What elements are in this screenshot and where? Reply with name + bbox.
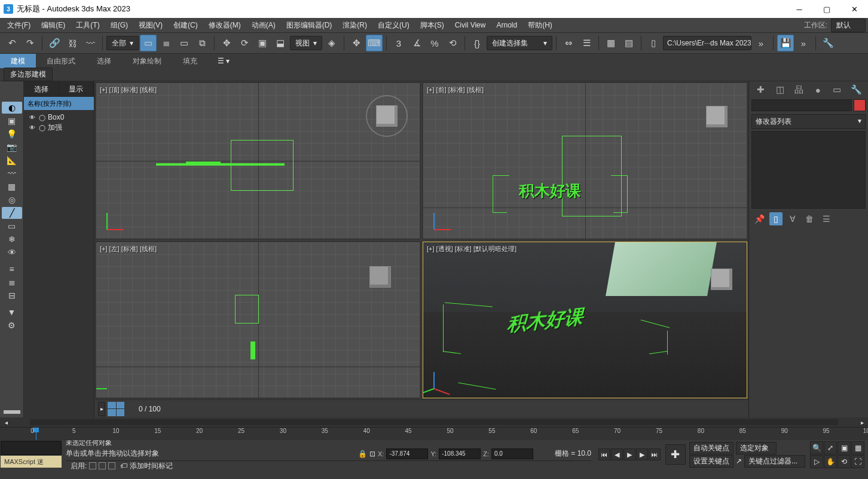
remove-modifier-icon[interactable]: 🗑: [803, 212, 816, 225]
utilities-tab-icon[interactable]: 🔧: [848, 83, 864, 97]
named-selection-dropdown[interactable]: 创建选择集▾: [487, 36, 552, 50]
close-button[interactable]: ✕: [841, 0, 868, 18]
menu-grapheditors[interactable]: 图形编辑器(D): [282, 19, 337, 32]
rail-bone-icon[interactable]: ╱: [2, 207, 22, 219]
maximize-button[interactable]: ▢: [813, 0, 841, 18]
rail-xref-icon[interactable]: ◎: [2, 194, 22, 206]
freeze-icon[interactable]: ◯: [38, 124, 45, 132]
ref-coord-dropdown[interactable]: 视图▾: [290, 36, 322, 50]
viewcube[interactable]: [369, 266, 391, 288]
isolate-icon[interactable]: ⊡: [369, 450, 375, 458]
pan-button[interactable]: ✋: [824, 455, 837, 468]
rail-hidden-icon[interactable]: 👁: [2, 246, 22, 258]
snap-toggle[interactable]: 3: [390, 35, 407, 51]
modifier-stack[interactable]: [751, 131, 866, 209]
scene-tab-select[interactable]: 选择: [24, 81, 59, 97]
modifier-list-dropdown[interactable]: 修改器列表▾: [751, 114, 866, 129]
menu-civilview[interactable]: Civil View: [450, 20, 491, 30]
viewcube[interactable]: [711, 269, 732, 290]
save-more-button[interactable]: »: [795, 35, 812, 51]
settings-button[interactable]: 🔧: [820, 35, 836, 51]
edit-named-selection-button[interactable]: {}: [469, 35, 485, 51]
zoom-extents-all-button[interactable]: ▦: [851, 441, 864, 454]
rail-none-icon[interactable]: ≣: [2, 276, 22, 288]
set-key-toggle[interactable]: 设置关键点: [689, 455, 733, 468]
viewport-label[interactable]: [+] [前] [标准] [线框]: [427, 86, 484, 94]
eye-icon[interactable]: 👁: [29, 114, 36, 121]
pivot-center-button[interactable]: ◈: [323, 35, 340, 51]
configure-sets-icon[interactable]: ☰: [820, 212, 833, 225]
selection-filter-dropdown[interactable]: 全部▾: [106, 36, 139, 50]
keyboard-shortcut-toggle[interactable]: ⌨: [366, 35, 383, 51]
pin-stack-icon[interactable]: 📌: [753, 212, 766, 225]
fov-button[interactable]: ▷: [810, 455, 823, 468]
percent-snap-toggle[interactable]: %: [426, 35, 443, 51]
make-unique-icon[interactable]: ∀: [786, 212, 799, 225]
show-end-result-icon[interactable]: ▯: [769, 212, 783, 225]
menu-arnold[interactable]: Arnold: [491, 20, 522, 30]
create-tab-icon[interactable]: ✚: [753, 83, 769, 97]
toggle-ribbon-button[interactable]: ▤: [621, 35, 637, 51]
rail-display-icon[interactable]: ▣: [2, 115, 22, 127]
goto-end-button[interactable]: ⏭: [649, 449, 661, 460]
ribbon-tab-objpaint[interactable]: 对象绘制: [122, 54, 172, 68]
motion-tab-icon[interactable]: ●: [809, 83, 826, 97]
workspace-dropdown[interactable]: 默认: [831, 19, 866, 32]
select-place-button[interactable]: ⬓: [272, 35, 289, 51]
rail-filter-icon[interactable]: ▼: [2, 306, 22, 318]
lock-icon[interactable]: 🔒: [358, 450, 367, 458]
ribbon-tab-modeling[interactable]: 建模: [0, 54, 36, 68]
scene-tab-display[interactable]: 显示: [59, 81, 94, 97]
layer-explorer-button[interactable]: ▦: [603, 35, 619, 51]
freeze-icon[interactable]: ◯: [38, 114, 45, 121]
key-target-dropdown[interactable]: 选定对象: [736, 442, 777, 454]
select-move-button[interactable]: ✥: [218, 35, 235, 51]
select-manipulate-button[interactable]: ✥: [348, 35, 365, 51]
viewport-label[interactable]: [+] [顶] [标准] [线框]: [100, 86, 157, 94]
ribbon-tab-populate[interactable]: 填充: [172, 54, 208, 68]
coord-z[interactable]: 0.0: [491, 449, 533, 459]
more-toolbar-button[interactable]: »: [753, 35, 769, 51]
menu-render[interactable]: 渲染(R): [338, 19, 372, 32]
viewcube[interactable]: [376, 105, 398, 127]
goto-start-button[interactable]: ⏮: [598, 449, 610, 460]
zoom-extents-button[interactable]: ▣: [838, 441, 851, 454]
rect-region-button[interactable]: ▭: [176, 35, 192, 51]
enable-toggle[interactable]: 启用:: [71, 461, 115, 471]
unlink-button[interactable]: ⛓: [64, 35, 81, 51]
rail-config-icon[interactable]: ⚙: [2, 319, 22, 331]
object-color-swatch[interactable]: [854, 99, 866, 111]
window-crossing-button[interactable]: ⧉: [194, 35, 210, 51]
viewcube[interactable]: [706, 106, 728, 127]
menu-modifier[interactable]: 修改器(M): [204, 19, 246, 32]
ribbon-caret[interactable]: ☰ ▾: [213, 56, 234, 66]
align-button[interactable]: ☰: [578, 35, 595, 51]
select-rotate-button[interactable]: ⟳: [236, 35, 253, 51]
menu-create[interactable]: 创建(C): [169, 19, 203, 32]
rail-spacewarp-icon[interactable]: 〰: [2, 167, 22, 179]
key-mode-icon[interactable]: ↗: [736, 457, 742, 465]
link-button[interactable]: 🔗: [46, 35, 63, 51]
menu-view[interactable]: 视图(V): [134, 19, 167, 32]
zoom-all-button[interactable]: ⤢: [824, 441, 837, 454]
time-slider[interactable]: ◂ ▸: [0, 417, 868, 427]
rail-invert-icon[interactable]: ⊟: [2, 289, 22, 301]
orbit-button[interactable]: ⟲: [838, 455, 851, 468]
select-object-button[interactable]: ▭: [140, 35, 157, 51]
coord-x[interactable]: -37.874: [386, 449, 428, 459]
minimize-button[interactable]: ─: [786, 0, 813, 18]
undo-button[interactable]: ↶: [4, 35, 20, 51]
menu-script[interactable]: 脚本(S): [415, 19, 449, 32]
zoom-button[interactable]: 🔍: [810, 441, 823, 454]
time-ruler[interactable]: 0510152025303540455055606570758085909510…: [0, 427, 868, 440]
display-tab-icon[interactable]: ▭: [829, 83, 845, 97]
object-name-input[interactable]: [751, 99, 852, 111]
set-key-button[interactable]: ✚: [665, 444, 686, 465]
ribbon-tab-selection[interactable]: 选择: [86, 54, 122, 68]
modify-tab-icon[interactable]: ◫: [772, 83, 788, 97]
viewport-label[interactable]: [+] [透视] [标准] [默认明暗处理]: [427, 245, 516, 254]
menu-tools[interactable]: 工具(T): [71, 19, 104, 32]
menu-file[interactable]: 文件(F): [2, 19, 35, 32]
viewport-top[interactable]: [+] [顶] [标准] [线框]: [96, 83, 420, 239]
menu-customize[interactable]: 自定义(U): [373, 19, 414, 32]
